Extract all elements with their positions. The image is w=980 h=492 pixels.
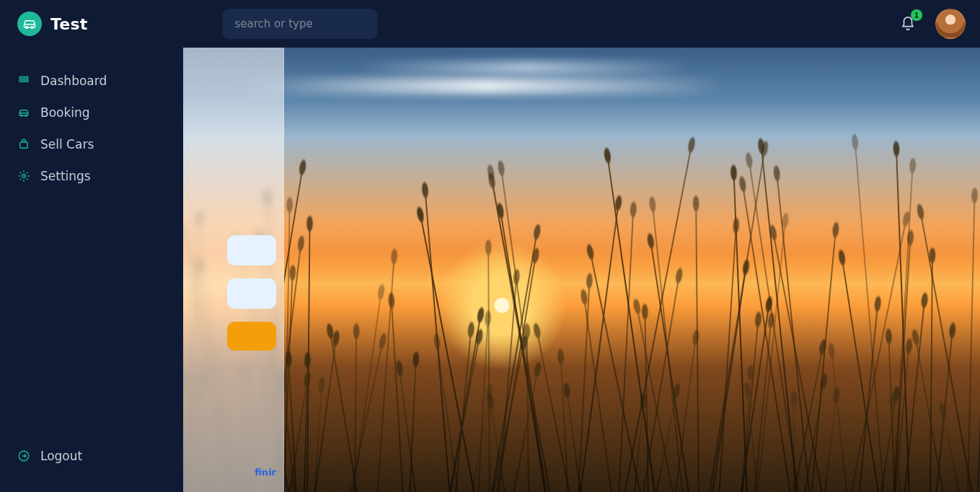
grid-icon [17,74,30,87]
background-image [183,48,980,492]
svg-point-6 [26,76,28,79]
sidebar-item-logout[interactable]: Logout [0,440,183,472]
panel-footer: finir [190,467,276,478]
sidebar-item-settings[interactable]: Settings [0,160,183,192]
svg-point-14 [22,175,26,178]
sidebar-item-label: Sell Cars [40,137,94,151]
sidebar-item-booking[interactable]: Booking [0,97,183,128]
sidebar-item-sell-cars[interactable]: Sell Cars [0,128,183,160]
svg-rect-13 [20,142,28,148]
panel-link[interactable]: finir [255,467,276,478]
panel-submit-button[interactable] [227,322,276,351]
grass-decor [183,216,980,492]
sidebar-item-label: Dashboard [40,74,107,88]
overlay-panel: finir [183,48,284,492]
sidebar: Dashboard Booking Sell Cars Settings [0,48,183,492]
logout-icon [17,449,30,462]
notification-badge: 1 [911,9,922,21]
avatar[interactable] [935,9,966,39]
svg-point-4 [19,76,22,79]
notifications-button[interactable]: 1 [898,14,918,34]
brand-logo [17,12,42,36]
app-title: Test [50,15,87,33]
svg-point-9 [26,79,28,82]
svg-point-5 [22,76,25,79]
car-icon [17,106,30,119]
gear-icon [17,170,30,183]
sidebar-item-label: Settings [40,169,91,183]
content-area: finir [183,48,980,492]
svg-point-8 [22,79,25,82]
brand: Test [17,12,87,36]
clouds-decor [183,48,980,216]
panel-input-1[interactable] [227,235,276,265]
search-input[interactable] [233,17,376,31]
header-actions: 1 [898,9,966,39]
panel-input-2[interactable] [227,278,276,309]
search-box[interactable] [223,9,377,39]
sidebar-item-label: Booking [40,105,90,120]
car-icon [22,17,37,31]
sidebar-item-dashboard[interactable]: Dashboard [0,65,183,97]
sidebar-item-label: Logout [40,449,82,463]
svg-point-7 [19,79,22,82]
bag-icon [17,138,30,151]
app-header: Test 1 [0,0,980,48]
